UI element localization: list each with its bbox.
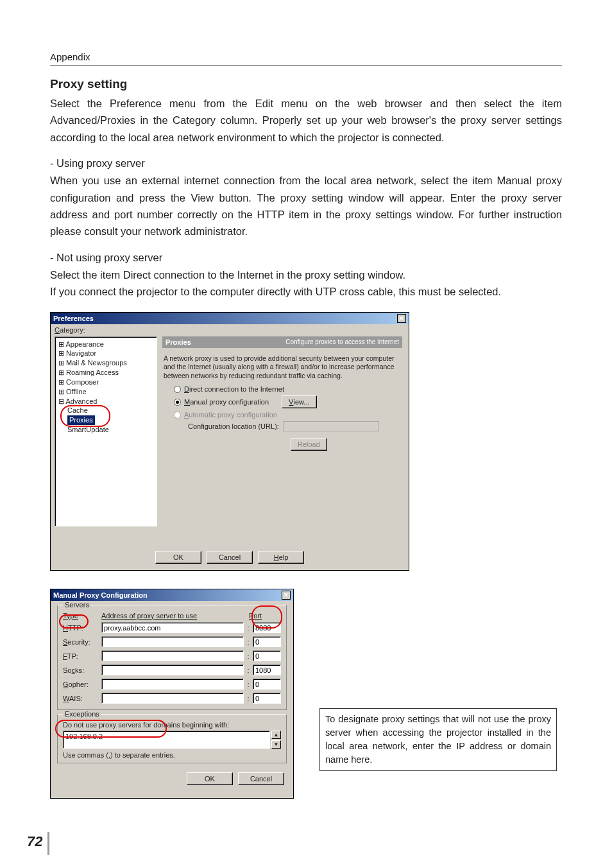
http-port-input[interactable]	[253, 622, 281, 633]
tree-smart[interactable]: SmartUpdate	[58, 425, 153, 435]
gopher-port-input[interactable]	[253, 679, 281, 690]
wais-port-input[interactable]	[253, 693, 281, 704]
row-ftp: FTP: :	[63, 649, 281, 663]
pane-header: Proxies Configure proxies to access the …	[162, 336, 402, 348]
tree-cache[interactable]: Cache	[58, 406, 153, 415]
intro-paragraph: Select the Preference menu from the Edit…	[50, 95, 562, 146]
socks-address-input[interactable]	[101, 664, 244, 675]
exceptions-label: Do not use proxy servers for domains beg…	[63, 721, 281, 729]
row-security: Security: :	[63, 635, 281, 649]
security-address-input[interactable]	[101, 636, 244, 647]
help-button[interactable]: Help	[258, 551, 304, 564]
exceptions-input[interactable]: 192.168.0.2	[63, 731, 270, 749]
window-title: Preferences	[53, 313, 94, 324]
reload-button: Reload	[291, 438, 327, 451]
radio-auto[interactable]: Automatic proxy configuration	[162, 410, 402, 420]
tree-mail[interactable]: ⊞ Mail & Newsgroups	[58, 358, 153, 368]
config-url-input	[283, 421, 379, 431]
view-button[interactable]: View...	[282, 395, 316, 408]
tree-proxies[interactable]: Proxies	[58, 415, 153, 425]
gopher-address-input[interactable]	[101, 679, 244, 690]
tree-advanced[interactable]: ⊟ Advanced	[58, 397, 153, 406]
ftp-port-input[interactable]	[253, 650, 281, 661]
sub1-title: - Using proxy server	[50, 157, 562, 169]
radio-manual[interactable]: Manual proxy configuration View...	[162, 394, 402, 410]
page-header: Appendix	[50, 51, 562, 65]
row-gopher: Gopher: :	[63, 677, 281, 691]
close-icon[interactable]: ✕	[282, 591, 291, 600]
close-icon[interactable]: ✕	[397, 314, 406, 323]
commas-note: Use commas (,) to separate entries.	[63, 751, 281, 759]
tree-navigator[interactable]: ⊞ Navigator	[58, 349, 153, 358]
titlebar: Manual Proxy Configuration ✕	[51, 589, 293, 601]
row-wais: WAIS: :	[63, 691, 281, 706]
http-address-input[interactable]	[101, 622, 244, 633]
cancel-button[interactable]: Cancel	[207, 551, 253, 564]
row-http: HTTP: :	[63, 621, 281, 635]
security-port-input[interactable]	[253, 636, 281, 647]
tree-appearance[interactable]: ⊞ Appearance	[58, 340, 153, 349]
sub2-title: - Not using proxy server	[50, 252, 562, 264]
preferences-window: Preferences ✕ Category: ⊞ Appearance ⊞ N…	[50, 312, 409, 571]
section-title: Proxy setting	[50, 77, 562, 91]
callout-box: To designate proxy settings that will no…	[319, 708, 557, 771]
category-label: Category:	[51, 324, 409, 334]
sub2-body-b: If you connect the projector to the comp…	[50, 283, 562, 300]
proxy-description: A network proxy is used to provide addit…	[162, 354, 402, 381]
wais-address-input[interactable]	[101, 693, 244, 704]
ok-button[interactable]: OK	[187, 772, 233, 785]
titlebar: Preferences ✕	[51, 313, 409, 324]
category-tree[interactable]: ⊞ Appearance ⊞ Navigator ⊞ Mail & Newsgr…	[55, 336, 157, 526]
window-title: Manual Proxy Configuration	[53, 589, 148, 601]
page-number: 72	[27, 833, 42, 850]
scroll-down-icon[interactable]: ▼	[271, 740, 281, 749]
tree-roaming[interactable]: ⊞ Roaming Access	[58, 368, 153, 378]
cancel-button[interactable]: Cancel	[238, 772, 284, 785]
radio-direct[interactable]: Direct connection to the Internet	[162, 384, 402, 394]
row-socks: Socks: :	[63, 663, 281, 677]
manual-proxy-window: Manual Proxy Configuration ✕ Type Addres…	[50, 589, 294, 799]
config-url-row: Configuration location (URL):	[162, 420, 402, 433]
servers-group: Type Address of proxy server to use Port…	[57, 605, 287, 710]
tree-composer[interactable]: ⊞ Composer	[58, 378, 153, 387]
socks-port-input[interactable]	[253, 664, 281, 675]
sub2-body-a: Select the item Direct connection to the…	[50, 266, 562, 283]
scroll-up-icon[interactable]: ▲	[271, 731, 281, 739]
tree-offline[interactable]: ⊞ Offline	[58, 387, 153, 397]
ftp-address-input[interactable]	[101, 650, 244, 661]
sub1-body: When you use an external internet connec…	[50, 172, 562, 240]
exceptions-group: Do not use proxy servers for domains beg…	[57, 714, 287, 763]
page-bar	[47, 832, 49, 855]
ok-button[interactable]: OK	[155, 551, 201, 564]
